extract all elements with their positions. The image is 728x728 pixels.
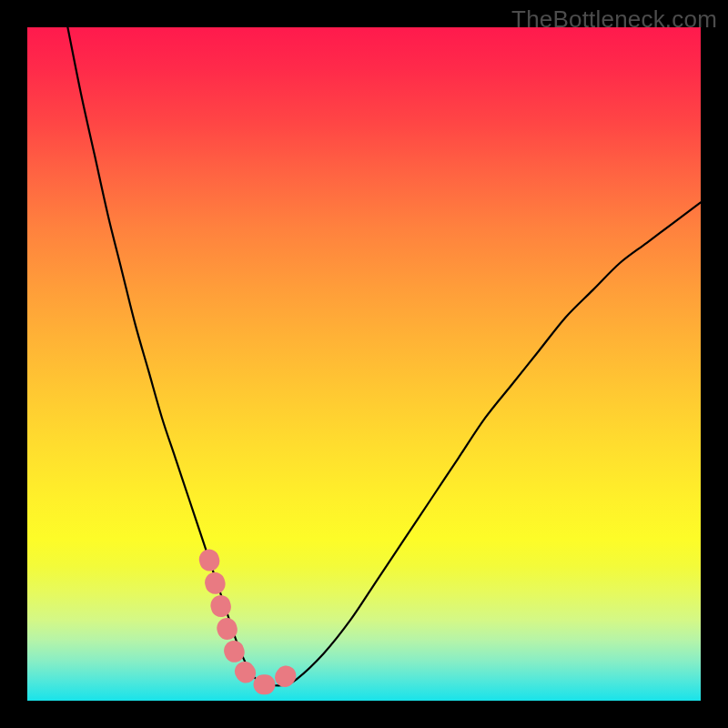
plot-area (27, 27, 701, 701)
marker-strip (209, 560, 290, 685)
chart-frame: TheBottleneck.com (0, 0, 728, 728)
chart-svg (27, 27, 701, 701)
main-curve (67, 27, 701, 685)
